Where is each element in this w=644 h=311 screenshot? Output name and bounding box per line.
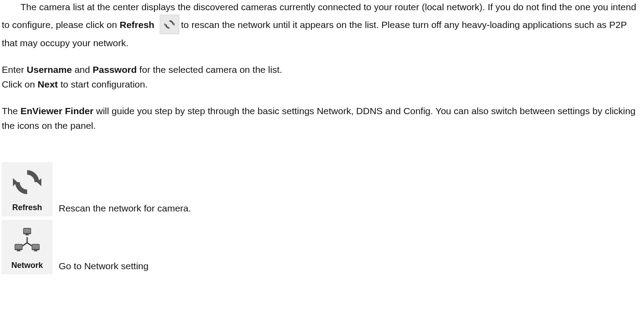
para2-text-1: Enter	[2, 64, 27, 75]
enviewer-bold: EnViewer Finder	[20, 106, 93, 116]
refresh-bold: Refresh	[120, 19, 154, 29]
svg-rect-16	[32, 245, 39, 249]
refresh-icon-row: Refresh Rescan the network for camera.	[2, 162, 642, 216]
para3-text-1: Click on	[2, 79, 38, 89]
network-description: Go to Network setting	[59, 259, 149, 275]
para2-text-3: for the selected camera on the list.	[137, 64, 282, 75]
refresh-icon-large	[2, 163, 52, 202]
para3-text-2: to start configuration.	[58, 79, 148, 89]
svg-rect-17	[34, 250, 37, 251]
paragraph-credentials: Enter Username and Password for the sele…	[2, 63, 642, 77]
network-caption: Network	[11, 259, 43, 274]
para4-text-1: The	[2, 106, 20, 116]
svg-rect-10	[24, 229, 30, 233]
paragraph-enviewer: The EnViewer Finder will guide you step …	[2, 104, 642, 133]
network-icon-row: Network Go to Network setting	[2, 220, 642, 274]
refresh-caption: Refresh	[12, 202, 42, 216]
svg-rect-13	[15, 245, 22, 249]
svg-rect-11	[25, 235, 29, 236]
username-bold: Username	[27, 64, 72, 75]
paragraph-next: Click on Next to start configuration.	[2, 77, 642, 92]
para2-text-2: and	[72, 64, 93, 75]
para4-text-2: will guide you step by step through the …	[2, 106, 636, 131]
paragraph-camera-list: The camera list at the center displays t…	[2, 0, 642, 50]
network-block-icon: Network	[2, 220, 52, 274]
next-bold: Next	[38, 79, 58, 89]
refresh-block-icon: Refresh	[2, 162, 52, 216]
refresh-description: Rescan the network for camera.	[59, 201, 191, 217]
refresh-icon	[160, 15, 179, 34]
password-bold: Password	[93, 64, 137, 75]
svg-rect-14	[17, 250, 20, 251]
network-icon	[2, 220, 52, 259]
